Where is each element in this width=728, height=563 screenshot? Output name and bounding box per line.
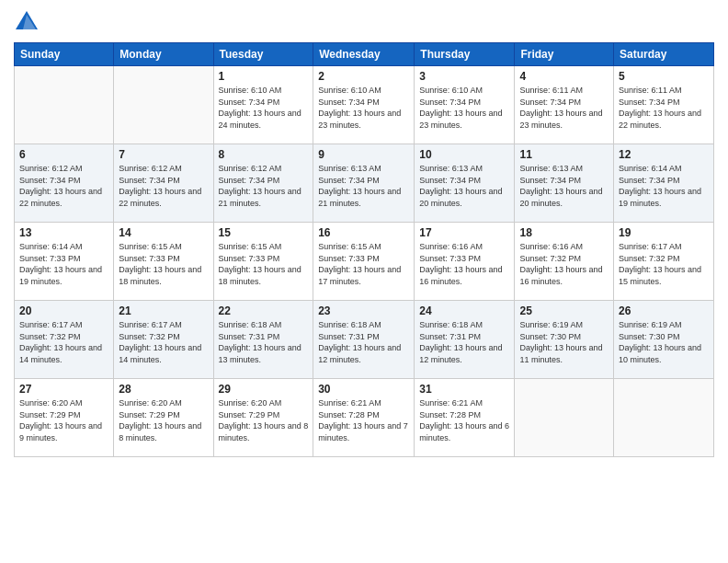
week-row-3: 20Sunrise: 6:17 AM Sunset: 7:32 PM Dayli… [15, 301, 714, 379]
calendar-cell: 9Sunrise: 6:13 AM Sunset: 7:34 PM Daylig… [313, 144, 415, 223]
day-info: Sunrise: 6:17 AM Sunset: 7:32 PM Dayligh… [19, 319, 108, 365]
day-number: 11 [519, 148, 609, 161]
day-number: 5 [619, 70, 709, 83]
calendar-cell: 14Sunrise: 6:15 AM Sunset: 7:33 PM Dayli… [114, 223, 213, 301]
calendar-table: SundayMondayTuesdayWednesdayThursdayFrid… [14, 42, 714, 457]
day-number: 9 [318, 148, 409, 161]
page: SundayMondayTuesdayWednesdayThursdayFrid… [0, 0, 728, 563]
calendar-cell: 16Sunrise: 6:15 AM Sunset: 7:33 PM Dayli… [313, 223, 415, 301]
calendar-cell: 6Sunrise: 6:12 AM Sunset: 7:34 PM Daylig… [15, 144, 114, 223]
day-info: Sunrise: 6:10 AM Sunset: 7:34 PM Dayligh… [419, 85, 509, 131]
day-info: Sunrise: 6:12 AM Sunset: 7:34 PM Dayligh… [19, 163, 108, 209]
day-info: Sunrise: 6:19 AM Sunset: 7:30 PM Dayligh… [519, 319, 609, 365]
day-info: Sunrise: 6:21 AM Sunset: 7:28 PM Dayligh… [318, 397, 409, 443]
day-number: 10 [419, 148, 509, 161]
calendar-cell: 30Sunrise: 6:21 AM Sunset: 7:28 PM Dayli… [313, 379, 415, 457]
day-number: 19 [619, 226, 709, 239]
header [14, 9, 714, 35]
day-number: 21 [119, 304, 208, 317]
calendar-cell: 31Sunrise: 6:21 AM Sunset: 7:28 PM Dayli… [415, 379, 515, 457]
day-number: 31 [419, 383, 509, 396]
calendar-cell: 7Sunrise: 6:12 AM Sunset: 7:34 PM Daylig… [114, 144, 213, 223]
day-header-sunday: Sunday [15, 43, 114, 66]
day-number: 1 [219, 70, 309, 83]
day-info: Sunrise: 6:12 AM Sunset: 7:34 PM Dayligh… [119, 163, 208, 209]
calendar-cell: 2Sunrise: 6:10 AM Sunset: 7:34 PM Daylig… [313, 66, 415, 144]
day-info: Sunrise: 6:18 AM Sunset: 7:31 PM Dayligh… [219, 319, 309, 365]
day-info: Sunrise: 6:12 AM Sunset: 7:34 PM Dayligh… [219, 163, 309, 209]
day-number: 14 [119, 226, 208, 239]
day-header-tuesday: Tuesday [213, 43, 313, 66]
day-number: 16 [318, 226, 409, 239]
calendar-cell: 11Sunrise: 6:13 AM Sunset: 7:34 PM Dayli… [515, 144, 614, 223]
day-number: 2 [318, 70, 409, 83]
day-info: Sunrise: 6:15 AM Sunset: 7:33 PM Dayligh… [119, 241, 208, 287]
calendar-cell: 8Sunrise: 6:12 AM Sunset: 7:34 PM Daylig… [213, 144, 313, 223]
day-number: 7 [119, 148, 208, 161]
calendar-cell: 25Sunrise: 6:19 AM Sunset: 7:30 PM Dayli… [515, 301, 614, 379]
day-header-saturday: Saturday [614, 43, 714, 66]
calendar-cell [614, 379, 714, 457]
day-number: 23 [318, 304, 409, 317]
calendar-cell: 28Sunrise: 6:20 AM Sunset: 7:29 PM Dayli… [114, 379, 213, 457]
day-info: Sunrise: 6:20 AM Sunset: 7:29 PM Dayligh… [119, 397, 208, 443]
day-info: Sunrise: 6:16 AM Sunset: 7:32 PM Dayligh… [519, 241, 609, 287]
week-row-1: 6Sunrise: 6:12 AM Sunset: 7:34 PM Daylig… [15, 144, 714, 223]
calendar-cell: 20Sunrise: 6:17 AM Sunset: 7:32 PM Dayli… [15, 301, 114, 379]
day-number: 13 [19, 226, 108, 239]
day-info: Sunrise: 6:19 AM Sunset: 7:30 PM Dayligh… [619, 319, 709, 365]
day-number: 8 [219, 148, 309, 161]
calendar-cell: 23Sunrise: 6:18 AM Sunset: 7:31 PM Dayli… [313, 301, 415, 379]
calendar-cell: 22Sunrise: 6:18 AM Sunset: 7:31 PM Dayli… [213, 301, 313, 379]
calendar-cell: 4Sunrise: 6:11 AM Sunset: 7:34 PM Daylig… [515, 66, 614, 144]
calendar-cell: 24Sunrise: 6:18 AM Sunset: 7:31 PM Dayli… [415, 301, 515, 379]
week-row-4: 27Sunrise: 6:20 AM Sunset: 7:29 PM Dayli… [15, 379, 714, 457]
calendar-cell: 5Sunrise: 6:11 AM Sunset: 7:34 PM Daylig… [614, 66, 714, 144]
day-info: Sunrise: 6:17 AM Sunset: 7:32 PM Dayligh… [619, 241, 709, 287]
day-info: Sunrise: 6:13 AM Sunset: 7:34 PM Dayligh… [419, 163, 509, 209]
calendar-cell: 10Sunrise: 6:13 AM Sunset: 7:34 PM Dayli… [415, 144, 515, 223]
day-number: 22 [219, 304, 309, 317]
calendar-cell: 26Sunrise: 6:19 AM Sunset: 7:30 PM Dayli… [614, 301, 714, 379]
day-info: Sunrise: 6:13 AM Sunset: 7:34 PM Dayligh… [519, 163, 609, 209]
day-info: Sunrise: 6:10 AM Sunset: 7:34 PM Dayligh… [219, 85, 309, 131]
day-number: 27 [19, 383, 108, 396]
day-number: 28 [119, 383, 208, 396]
calendar-cell: 21Sunrise: 6:17 AM Sunset: 7:32 PM Dayli… [114, 301, 213, 379]
day-info: Sunrise: 6:15 AM Sunset: 7:33 PM Dayligh… [318, 241, 409, 287]
calendar-cell: 1Sunrise: 6:10 AM Sunset: 7:34 PM Daylig… [213, 66, 313, 144]
calendar-cell: 15Sunrise: 6:15 AM Sunset: 7:33 PM Dayli… [213, 223, 313, 301]
calendar-cell: 29Sunrise: 6:20 AM Sunset: 7:29 PM Dayli… [213, 379, 313, 457]
day-number: 17 [419, 226, 509, 239]
logo-icon [14, 9, 40, 35]
day-info: Sunrise: 6:18 AM Sunset: 7:31 PM Dayligh… [419, 319, 509, 365]
day-info: Sunrise: 6:20 AM Sunset: 7:29 PM Dayligh… [219, 397, 309, 443]
day-info: Sunrise: 6:11 AM Sunset: 7:34 PM Dayligh… [619, 85, 709, 131]
day-number: 25 [519, 304, 609, 317]
calendar-cell: 17Sunrise: 6:16 AM Sunset: 7:33 PM Dayli… [415, 223, 515, 301]
day-number: 4 [519, 70, 609, 83]
calendar-cell [515, 379, 614, 457]
day-number: 15 [219, 226, 309, 239]
day-number: 18 [519, 226, 609, 239]
week-row-0: 1Sunrise: 6:10 AM Sunset: 7:34 PM Daylig… [15, 66, 714, 144]
day-number: 26 [619, 304, 709, 317]
calendar-cell: 13Sunrise: 6:14 AM Sunset: 7:33 PM Dayli… [15, 223, 114, 301]
day-number: 20 [19, 304, 108, 317]
calendar-cell [114, 66, 213, 144]
day-info: Sunrise: 6:20 AM Sunset: 7:29 PM Dayligh… [19, 397, 108, 443]
day-info: Sunrise: 6:18 AM Sunset: 7:31 PM Dayligh… [318, 319, 409, 365]
day-info: Sunrise: 6:14 AM Sunset: 7:34 PM Dayligh… [619, 163, 709, 209]
logo [14, 9, 43, 35]
day-info: Sunrise: 6:10 AM Sunset: 7:34 PM Dayligh… [318, 85, 409, 131]
calendar-cell: 18Sunrise: 6:16 AM Sunset: 7:32 PM Dayli… [515, 223, 614, 301]
day-number: 12 [619, 148, 709, 161]
day-number: 29 [219, 383, 309, 396]
calendar-cell: 3Sunrise: 6:10 AM Sunset: 7:34 PM Daylig… [415, 66, 515, 144]
day-header-friday: Friday [515, 43, 614, 66]
day-info: Sunrise: 6:21 AM Sunset: 7:28 PM Dayligh… [419, 397, 509, 443]
day-number: 24 [419, 304, 509, 317]
calendar-cell: 12Sunrise: 6:14 AM Sunset: 7:34 PM Dayli… [614, 144, 714, 223]
day-number: 6 [19, 148, 108, 161]
day-info: Sunrise: 6:17 AM Sunset: 7:32 PM Dayligh… [119, 319, 208, 365]
